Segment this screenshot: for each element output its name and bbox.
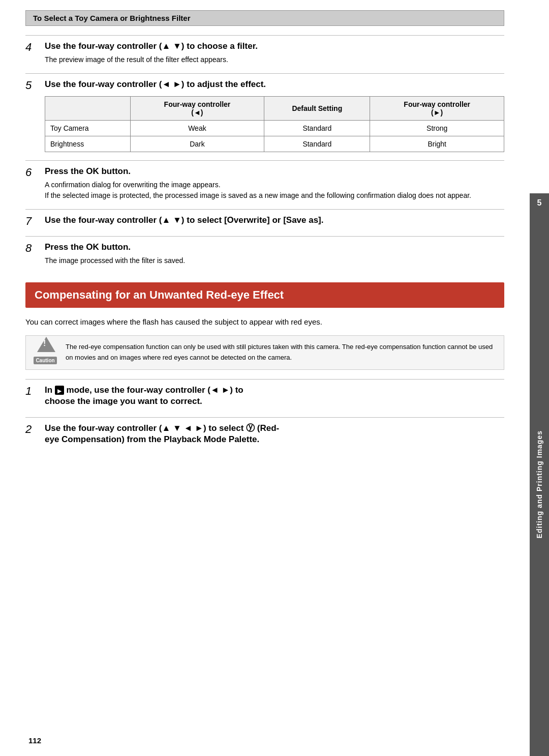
effect-table: Four-way controller(◄) Default Setting F… <box>45 96 504 152</box>
caution-icon: ! Caution <box>33 342 59 360</box>
step-7: 7 Use the four-way controller (▲ ▼) to s… <box>25 209 504 233</box>
caution-exclamation: ! <box>43 337 46 350</box>
page-container: 5 Editing and Printing Images To Select … <box>0 0 549 756</box>
section-number-badge: 5 <box>530 193 549 213</box>
red-eye-step-2-title: Use the four-way controller (▲ ▼ ◄ ►) to… <box>45 423 504 445</box>
step-8-content: Press the OK button. The image processed… <box>45 242 504 266</box>
table-cell-0-2: Standard <box>264 121 370 136</box>
red-eye-step-1-title: In ▶ mode, use the four-way controller (… <box>45 385 504 407</box>
red-eye-step-2-number: 2 <box>25 423 45 435</box>
step-7-number: 7 <box>25 215 45 227</box>
step-4: 4 Use the four-way controller (▲ ▼) to c… <box>25 35 504 70</box>
step-8-title: Press the OK button. <box>45 242 504 253</box>
step-6-desc: A confirmation dialog for overwriting th… <box>45 180 504 201</box>
table-cell-0-3: Strong <box>370 121 504 136</box>
red-eye-step-1-number: 1 <box>25 385 45 397</box>
step-4-desc: The preview image of the result of the f… <box>45 54 504 65</box>
page-number: 112 <box>25 735 44 746</box>
step-5-title: Use the four-way controller (◄ ►) to adj… <box>45 79 504 90</box>
step-6: 6 Press the OK button. A confirmation di… <box>25 160 504 206</box>
table-row: Toy CameraWeakStandardStrong <box>45 121 504 136</box>
caution-triangle: ! <box>37 337 55 352</box>
table-header-3: Four-way controller(►) <box>370 97 504 121</box>
step-5-content: Use the four-way controller (◄ ►) to adj… <box>45 79 504 152</box>
step-4-number: 4 <box>25 41 45 53</box>
step-4-content: Use the four-way controller (▲ ▼) to cho… <box>45 41 504 65</box>
caution-label: Caution <box>34 357 56 364</box>
caution-text: The red-eye compensation function can on… <box>66 342 497 363</box>
step-6-title: Press the OK button. <box>45 166 504 177</box>
step-6-number: 6 <box>25 166 45 178</box>
caution-box: ! Caution The red-eye compensation funct… <box>25 335 504 370</box>
table-header-2: Default Setting <box>264 97 370 121</box>
caution-graphic: ! Caution <box>34 337 58 366</box>
red-eye-section-banner: Compensating for an Unwanted Red-eye Eff… <box>25 282 504 308</box>
table-cell-0-0: Toy Camera <box>45 121 131 136</box>
side-tab-label: Editing and Printing Images <box>535 430 543 538</box>
side-tab-label-container: Editing and Printing Images <box>530 213 549 756</box>
red-eye-intro: You can correct images where the flash h… <box>25 316 504 328</box>
table-cell-1-0: Brightness <box>45 136 131 152</box>
table-header-0 <box>45 97 131 121</box>
table-row: BrightnessDarkStandardBright <box>45 136 504 152</box>
step-7-content: Use the four-way controller (▲ ▼) to sel… <box>45 215 504 228</box>
table-cell-1-3: Bright <box>370 136 504 152</box>
table-cell-1-2: Standard <box>264 136 370 152</box>
step-5: 5 Use the four-way controller (◄ ►) to a… <box>25 73 504 157</box>
table-cell-1-1: Dark <box>130 136 264 152</box>
table-cell-0-1: Weak <box>130 121 264 136</box>
red-eye-step-2: 2 Use the four-way controller (▲ ▼ ◄ ►) … <box>25 417 504 452</box>
step-7-title: Use the four-way controller (▲ ▼) to sel… <box>45 215 504 226</box>
step-5-number: 5 <box>25 79 45 91</box>
main-content: To Select a Toy Camera or Brightness Fil… <box>0 0 530 756</box>
red-eye-step-1: 1 In ▶ mode, use the four-way controller… <box>25 379 504 414</box>
step-8: 8 Press the OK button. The image process… <box>25 236 504 271</box>
step-8-desc: The image processed with the filter is s… <box>45 255 504 266</box>
step-8-number: 8 <box>25 242 45 254</box>
red-eye-step-1-content: In ▶ mode, use the four-way controller (… <box>45 385 504 409</box>
section-header-box: To Select a Toy Camera or Brightness Fil… <box>25 10 504 26</box>
playback-mode-icon: ▶ <box>55 386 64 395</box>
table-header-1: Four-way controller(◄) <box>130 97 264 121</box>
red-eye-step-2-content: Use the four-way controller (▲ ▼ ◄ ►) to… <box>45 423 504 447</box>
side-tab: 5 Editing and Printing Images <box>530 0 549 756</box>
step-4-title: Use the four-way controller (▲ ▼) to cho… <box>45 41 504 52</box>
step-6-content: Press the OK button. A confirmation dial… <box>45 166 504 201</box>
